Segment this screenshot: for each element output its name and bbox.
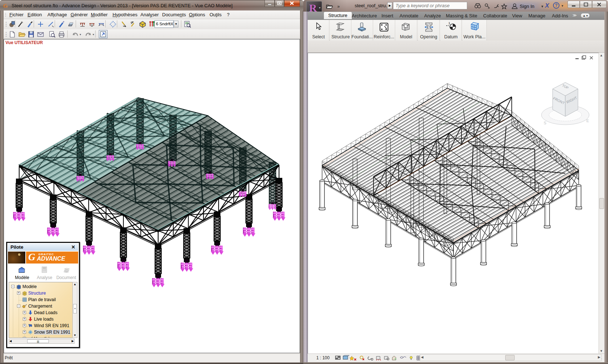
svg-text:▼: ▼ [541, 5, 544, 8]
svg-text:S: S [544, 121, 546, 125]
svg-text:»: » [337, 4, 340, 9]
svg-text:7: 7 [6, 5, 8, 9]
svg-text:1: 1 [448, 21, 450, 25]
svg-text:Sign In: Sign In [520, 4, 534, 9]
svg-text:E: E [586, 119, 589, 123]
